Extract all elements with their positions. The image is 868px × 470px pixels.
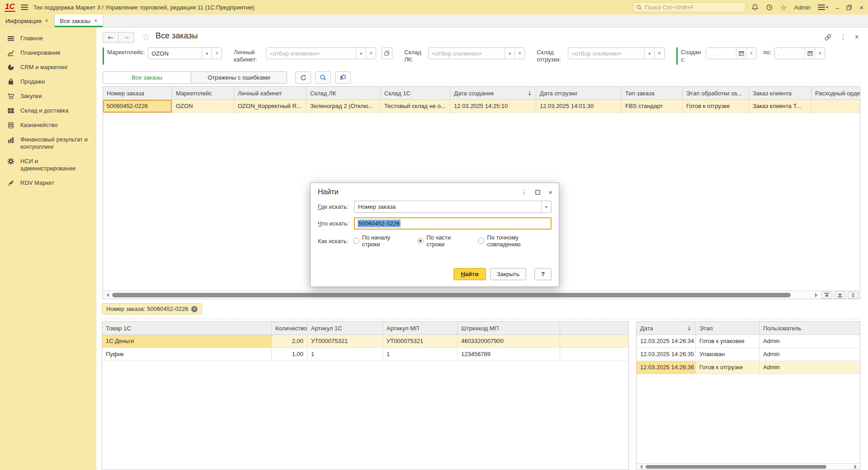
- chevron-down-icon[interactable]: ▾: [644, 48, 654, 59]
- stage-row-selected[interactable]: 12.03.2025 14:26:36 Готов к отгрузке Adm…: [637, 361, 860, 374]
- chevron-down-icon[interactable]: ▾: [356, 48, 366, 59]
- clear-icon[interactable]: ×: [746, 48, 756, 59]
- sklad-lk-input[interactable]: [429, 48, 505, 59]
- marketplace-input[interactable]: [148, 48, 202, 59]
- favorites-star-icon[interactable]: ☆: [780, 3, 787, 12]
- sidebar-item-crm[interactable]: CRM и маркетинг: [0, 60, 96, 75]
- calendar-icon[interactable]: [805, 48, 815, 59]
- dialog-close-icon[interactable]: ×: [548, 188, 552, 196]
- history-icon[interactable]: [766, 4, 773, 11]
- tab-information[interactable]: Информация ×: [0, 14, 54, 27]
- sidebar-item-finance[interactable]: Финансовый результат и контроллинг: [0, 132, 96, 154]
- scroll-to-top-button[interactable]: [821, 291, 832, 299]
- all-orders-view-button[interactable]: Все заказы: [103, 71, 191, 84]
- sidebar-item-rdv-market[interactable]: RDV Маркет: [0, 176, 96, 190]
- radio-exact-match[interactable]: По точному совпадению: [478, 234, 552, 248]
- scroll-thumb[interactable]: [112, 293, 791, 297]
- column-header[interactable]: Склад ЛК: [307, 87, 381, 99]
- favorite-star-icon[interactable]: ☆: [142, 32, 150, 42]
- global-search-box[interactable]: [633, 2, 746, 12]
- nav-back-button[interactable]: ←: [103, 32, 118, 43]
- scroll-thumb[interactable]: [646, 465, 826, 469]
- stages-hscrollbar[interactable]: [637, 463, 860, 470]
- column-header[interactable]: Дата↓: [637, 322, 696, 334]
- search-button[interactable]: [315, 71, 331, 84]
- errors-view-button[interactable]: Отражены с ошибками: [191, 71, 287, 84]
- column-header[interactable]: Заказ клиента: [749, 87, 811, 99]
- dialog-maximize-icon[interactable]: [535, 190, 540, 195]
- column-header[interactable]: Артикул 1С: [307, 322, 383, 334]
- date-from-input[interactable]: [706, 48, 736, 59]
- orders-hscrollbar[interactable]: [103, 291, 860, 299]
- what-search-input[interactable]: 50060452-0226: [354, 217, 552, 230]
- scroll-menu-button[interactable]: [848, 291, 859, 299]
- scroll-to-bottom-button[interactable]: [835, 291, 845, 299]
- dialog-more-icon[interactable]: ⋮: [521, 188, 527, 196]
- tab-close-icon[interactable]: ×: [94, 18, 97, 24]
- order-filter-chip[interactable]: Номер заказа: 50060452-0226 ×: [102, 303, 202, 315]
- column-header[interactable]: Пользователь: [760, 322, 860, 334]
- open-selection-button[interactable]: [382, 47, 392, 59]
- item-row-selected[interactable]: 1С:Деньги 2,00 УТ000075321 УТ000075321 4…: [102, 335, 628, 348]
- main-hamburger-icon[interactable]: [21, 3, 28, 11]
- column-header[interactable]: Этап: [696, 322, 760, 334]
- radio-begin-of-string[interactable]: По началу строки: [353, 234, 408, 248]
- column-header[interactable]: Склад 1С: [381, 87, 450, 99]
- sklad-ship-input[interactable]: [568, 48, 644, 59]
- sidebar-item-nsi-admin[interactable]: НСИ и администрирование: [0, 154, 96, 176]
- chevron-down-icon[interactable]: ▾: [202, 48, 212, 59]
- sidebar-item-main[interactable]: Главное: [0, 31, 96, 46]
- clear-icon[interactable]: ×: [654, 48, 664, 59]
- column-header[interactable]: Дата создания↓: [450, 87, 536, 99]
- help-button[interactable]: ?: [534, 268, 552, 280]
- clear-icon[interactable]: ×: [514, 48, 524, 59]
- item-row[interactable]: Пуфик 1,00 1 1 123456789: [102, 348, 628, 361]
- scroll-right-icon[interactable]: [852, 464, 859, 470]
- nav-forward-button[interactable]: →: [118, 32, 134, 43]
- cancel-search-button[interactable]: [335, 71, 351, 84]
- more-actions-icon[interactable]: ⋮: [840, 33, 847, 41]
- sidebar-item-treasury[interactable]: Казначейство: [0, 118, 96, 132]
- column-header[interactable]: Тип заказа: [622, 87, 683, 99]
- column-header[interactable]: Дата отгрузки: [536, 87, 622, 99]
- global-search-input[interactable]: [645, 4, 742, 11]
- where-search-combo[interactable]: Номер заказа ▾: [354, 201, 552, 213]
- column-header[interactable]: Личный кабинет: [234, 87, 307, 99]
- column-header[interactable]: Артикул МП: [383, 322, 458, 334]
- chip-remove-icon[interactable]: ×: [191, 306, 198, 312]
- column-header[interactable]: Товар 1С: [102, 322, 272, 334]
- sidebar-item-sales[interactable]: Продажи: [0, 75, 96, 89]
- cabinet-input[interactable]: [266, 48, 356, 59]
- column-header[interactable]: Штрихкод МП: [458, 322, 560, 334]
- column-header[interactable]: Маркетплейс: [172, 87, 234, 99]
- notifications-bell-icon[interactable]: [751, 4, 759, 11]
- tab-all-orders[interactable]: Все заказы ×: [54, 14, 104, 27]
- main-menu-icon[interactable]: ▾: [818, 3, 828, 11]
- scroll-left-icon[interactable]: [104, 292, 111, 298]
- window-close-button[interactable]: ×: [859, 4, 863, 11]
- form-close-icon[interactable]: ×: [855, 33, 859, 41]
- link-icon[interactable]: [824, 33, 832, 41]
- window-restore-button[interactable]: [846, 5, 852, 10]
- column-header[interactable]: Этап обработки за...: [683, 87, 749, 99]
- sidebar-item-warehouse[interactable]: Склад и доставка: [0, 103, 96, 118]
- find-button[interactable]: Найти: [453, 268, 486, 280]
- refresh-button[interactable]: [295, 71, 311, 84]
- clear-icon[interactable]: ×: [815, 48, 825, 59]
- clear-icon[interactable]: ×: [212, 48, 222, 59]
- stage-row[interactable]: 12.03.2025 14:26:35 Упакован Admin: [637, 348, 860, 361]
- close-button[interactable]: Закрыть: [490, 268, 526, 280]
- date-to-input[interactable]: [775, 48, 805, 59]
- scroll-right-icon[interactable]: [813, 292, 819, 298]
- radio-part-of-string[interactable]: По части строки: [417, 234, 469, 248]
- column-header[interactable]: Расходный ордер: [811, 87, 860, 99]
- column-header[interactable]: [560, 322, 628, 334]
- sidebar-item-purchases[interactable]: Закупки: [0, 89, 96, 103]
- clear-icon[interactable]: ×: [366, 48, 376, 59]
- chevron-down-icon[interactable]: ▾: [541, 201, 551, 212]
- stage-row[interactable]: 12.03.2025 14:26:34 Готов к упаковке Adm…: [637, 335, 860, 348]
- column-header[interactable]: Номер заказа: [103, 87, 172, 99]
- scroll-left-icon[interactable]: [638, 464, 644, 470]
- tab-close-icon[interactable]: ×: [45, 18, 48, 24]
- column-header[interactable]: Количество: [272, 322, 307, 334]
